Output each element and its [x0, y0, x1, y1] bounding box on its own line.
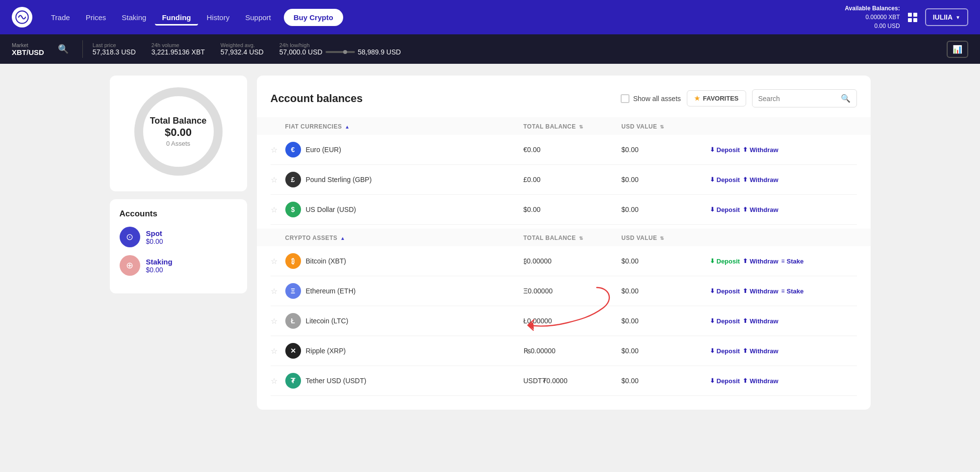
nav-links: Trade Prices Staking Funding History Sup… — [44, 9, 841, 26]
withdraw-icon: ⬆ — [743, 176, 748, 183]
market-search-button[interactable]: 🔍 — [54, 42, 73, 56]
grid-icon[interactable] — [908, 13, 917, 22]
table-row: ☆ € Euro (EUR) €0.00 $0.00 ⬇ Deposit ⬆ W… — [271, 135, 857, 165]
staking-info: Staking $0.00 — [146, 258, 173, 274]
btc-star-button[interactable]: ☆ — [271, 257, 277, 266]
gbp-icon: £ — [285, 172, 301, 187]
chart-button[interactable]: 📊 — [947, 41, 968, 58]
usdt-deposit-button[interactable]: ⬇ Deposit — [710, 377, 740, 385]
gbp-deposit-button[interactable]: ⬇ Deposit — [710, 176, 740, 184]
nav-prices[interactable]: Prices — [79, 9, 113, 26]
divider — [82, 40, 83, 58]
nav-staking[interactable]: Staking — [115, 9, 153, 26]
balance-card: Total Balance $0.00 0 Assets — [110, 76, 247, 191]
star-icon: ★ — [694, 95, 700, 102]
nav-trade[interactable]: Trade — [44, 9, 77, 26]
eth-stake-button[interactable]: ≡ Stake — [781, 288, 804, 295]
top-nav: Trade Prices Staking Funding History Sup… — [0, 0, 980, 34]
panel-header: Account balances Show all assets ★ FAVOR… — [271, 89, 857, 107]
search-input[interactable] — [758, 95, 837, 103]
btc-table-row: ☆ ₿ Bitcoin (XBT) ₿0.00000 $0.00 ⬇ Depos… — [271, 246, 857, 276]
eur-icon: € — [285, 142, 301, 157]
gbp-star-button[interactable]: ☆ — [271, 175, 277, 184]
deposit-icon: ⬇ — [710, 176, 715, 183]
withdraw-icon: ⬆ — [743, 317, 748, 324]
deposit-icon: ⬇ — [710, 258, 715, 264]
market-pair: Market XBT/USD — [12, 42, 44, 56]
available-balances: Available Balances: 0.00000 XBT 0.00 USD — [845, 4, 900, 30]
spot-account[interactable]: ⊙ Spot $0.00 — [120, 227, 237, 247]
weighted-stat: Weighted avg. 57,932.4 USD — [221, 42, 264, 56]
usdt-star-button[interactable]: ☆ — [271, 376, 277, 386]
fiat-sort-icon[interactable]: ▲ — [345, 124, 350, 130]
btc-deposit-button[interactable]: ⬇ Deposit — [710, 258, 740, 265]
show-all-label[interactable]: Show all assets — [621, 94, 681, 103]
balance-sort-icon[interactable]: ⇅ — [579, 124, 583, 130]
usd-icon: $ — [285, 202, 301, 217]
ltc-table-row: ☆ Ł Litecoin (LTC) Ł0.00000 $0.00 ⬇ Depo… — [271, 306, 857, 336]
eth-deposit-button[interactable]: ⬇ Deposit — [710, 288, 740, 295]
show-all-checkbox[interactable] — [621, 94, 629, 103]
ltc-icon: Ł — [285, 313, 301, 329]
section-title: Account balances — [271, 92, 363, 105]
deposit-icon: ⬇ — [710, 317, 715, 324]
search-box: 🔍 — [752, 89, 857, 107]
deposit-icon: ⬇ — [710, 377, 715, 384]
crypto-usd-sort-icon[interactable]: ⇅ — [660, 236, 664, 241]
search-icon: 🔍 — [841, 94, 851, 103]
crypto-section-header: CRYPTO ASSETS ▲ Total balance ⇅ USD valu… — [257, 229, 871, 246]
withdraw-icon: ⬆ — [743, 288, 748, 294]
ltc-deposit-button[interactable]: ⬇ Deposit — [710, 317, 740, 325]
favorites-button[interactable]: ★ FAVORITES — [687, 90, 746, 106]
deposit-icon: ⬇ — [710, 146, 715, 153]
right-panel: Account balances Show all assets ★ FAVOR… — [257, 76, 871, 410]
price-range-bar — [326, 51, 355, 53]
ltc-withdraw-button[interactable]: ⬆ Withdraw — [743, 317, 778, 325]
usd-star-button[interactable]: ☆ — [271, 205, 277, 214]
staking-account[interactable]: ⊕ Staking $0.00 — [120, 255, 237, 276]
eth-withdraw-button[interactable]: ⬆ Withdraw — [743, 288, 778, 295]
deposit-icon: ⬇ — [710, 347, 715, 354]
xrp-deposit-button[interactable]: ⬇ Deposit — [710, 347, 740, 355]
low-high-stat: 24h low/high 57,000.0 USD 58,989.9 USD — [279, 42, 401, 56]
eth-table-row: ☆ Ξ Ethereum (ETH) Ξ0.00000 $0.00 ⬇ Depo… — [271, 276, 857, 306]
crypto-sort-icon[interactable]: ▲ — [340, 236, 345, 241]
donut-chart: Total Balance $0.00 0 Assets — [134, 87, 223, 176]
table-row: ☆ £ Pound Sterling (GBP) £0.00 $0.00 ⬇ D… — [271, 165, 857, 195]
usd-withdraw-button[interactable]: ⬆ Withdraw — [743, 206, 778, 213]
eur-star-button[interactable]: ☆ — [271, 145, 277, 155]
withdraw-icon: ⬆ — [743, 206, 748, 213]
nav-history[interactable]: History — [200, 9, 237, 26]
nav-support[interactable]: Support — [238, 9, 278, 26]
withdraw-icon: ⬆ — [743, 377, 748, 384]
btc-stake-button[interactable]: ≡ Stake — [781, 258, 804, 265]
xrp-withdraw-button[interactable]: ⬆ Withdraw — [743, 347, 778, 355]
stake-icon: ≡ — [781, 258, 785, 264]
usd-sort-icon[interactable]: ⇅ — [660, 124, 664, 130]
buy-crypto-button[interactable]: Buy Crypto — [284, 9, 343, 26]
user-menu-button[interactable]: IULIIA — [925, 8, 968, 26]
logo-icon[interactable] — [12, 7, 32, 27]
usdt-withdraw-button[interactable]: ⬆ Withdraw — [743, 377, 778, 385]
btc-icon: ₿ — [285, 253, 301, 269]
table-row: ☆ $ US Dollar (USD) $0.00 $0.00 ⬇ Deposi… — [271, 195, 857, 225]
eth-star-button[interactable]: ☆ — [271, 287, 277, 296]
spot-icon: ⊙ — [120, 227, 140, 247]
main-content: Total Balance $0.00 0 Assets Accounts ⊙ … — [98, 64, 882, 421]
ltc-star-button[interactable]: ☆ — [271, 316, 277, 326]
nav-funding[interactable]: Funding — [155, 9, 198, 26]
eur-deposit-button[interactable]: ⬇ Deposit — [710, 146, 740, 154]
eth-icon: Ξ — [285, 283, 301, 299]
usd-deposit-button[interactable]: ⬇ Deposit — [710, 206, 740, 213]
crypto-balance-sort-icon[interactable]: ⇅ — [579, 236, 583, 241]
fiat-section-header: FIAT CURRENCIES ▲ Total balance ⇅ USD va… — [257, 117, 871, 135]
btc-withdraw-button[interactable]: ⬆ Withdraw — [743, 258, 778, 265]
table-controls: Show all assets ★ FAVORITES 🔍 — [621, 89, 857, 107]
eur-withdraw-button[interactable]: ⬆ Withdraw — [743, 146, 778, 154]
xrp-star-button[interactable]: ☆ — [271, 346, 277, 356]
spot-info: Spot $0.00 — [146, 229, 163, 245]
deposit-icon: ⬇ — [710, 206, 715, 213]
withdraw-icon: ⬆ — [743, 146, 748, 153]
gbp-withdraw-button[interactable]: ⬆ Withdraw — [743, 176, 778, 184]
accounts-title: Accounts — [120, 209, 237, 219]
